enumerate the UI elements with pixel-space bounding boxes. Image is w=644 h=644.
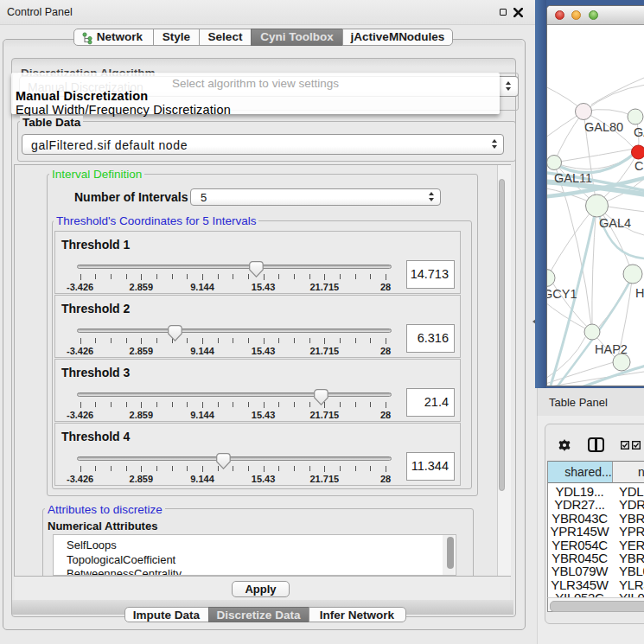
svg-text:GA: GA — [634, 125, 644, 139]
svg-text:H: H — [635, 286, 644, 300]
svg-text:GCY1: GCY1 — [547, 287, 577, 301]
svg-text:C: C — [634, 159, 643, 173]
svg-text:GAL11: GAL11 — [554, 171, 592, 185]
svg-text:GAL4: GAL4 — [599, 216, 631, 230]
svg-text:GAL80: GAL80 — [584, 120, 623, 134]
svg-text:HAP2: HAP2 — [595, 342, 628, 356]
